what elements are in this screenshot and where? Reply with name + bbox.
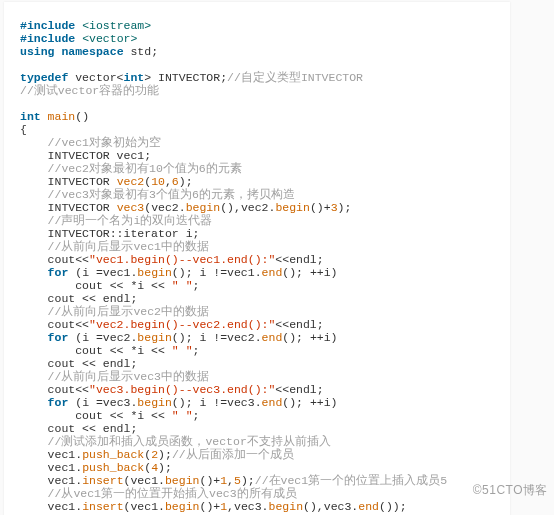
line: //从前向后显示vec3中的数据 — [20, 370, 209, 383]
line: cout<<"vec3.begin()--vec3.end():"<<endl; — [20, 383, 324, 396]
line: INTVECTOR::iterator i; — [20, 227, 199, 240]
line: cout << endl; — [20, 422, 137, 435]
line: for (i =vec2.begin(); i !=vec2.end(); ++… — [20, 331, 338, 344]
line: //vec2对象最初有10个值为6的元素 — [20, 162, 242, 175]
line: INTVECTOR vec1; — [20, 149, 151, 162]
line: using namespace std; — [20, 45, 158, 58]
line: //vec3对象最初有3个值为6的元素，拷贝构造 — [20, 188, 295, 201]
line: cout << endl; — [20, 357, 137, 370]
watermark-text: ©51CTO博客 — [473, 484, 548, 497]
line: //vec1对象初始为空 — [20, 136, 161, 149]
line: cout<<"vec2.begin()--vec2.end():"<<endl; — [20, 318, 324, 331]
line: for (i =vec1.begin(); i !=vec1.end(); ++… — [20, 266, 338, 279]
line: #include <iostream> — [20, 19, 151, 32]
line: #include <vector> — [20, 32, 137, 45]
line: cout << *i << " "; — [20, 344, 199, 357]
line: cout << endl; — [20, 292, 137, 305]
line: vec1.insert(vec1.begin()+1,5);//在vec1第一个… — [20, 474, 447, 487]
code-block: #include <iostream> #include <vector> us… — [4, 2, 510, 515]
line: cout << *i << " "; — [20, 409, 199, 422]
line: cout << *i << " "; — [20, 279, 199, 292]
line: vec1.insert(vec1.begin()+1,vec3.begin(),… — [20, 500, 407, 513]
line: //声明一个名为i的双向迭代器 — [20, 214, 212, 227]
line: { — [20, 123, 27, 136]
line: for (i =vec3.begin(); i !=vec3.end(); ++… — [20, 396, 338, 409]
line: vec1.push_back(2);//从后面添加一个成员 — [20, 448, 294, 461]
line: int main() — [20, 110, 89, 123]
line: //测试vector容器的功能 — [20, 84, 159, 97]
line: INTVECTOR vec2(10,6); — [20, 175, 193, 188]
line: //从vec1第一的位置开始插入vec3的所有成员 — [20, 487, 297, 500]
line: //从前向后显示vec1中的数据 — [20, 240, 209, 253]
line: //从前向后显示vec2中的数据 — [20, 305, 209, 318]
line: vec1.push_back(4); — [20, 461, 172, 474]
line: typedef vector<int> INTVECTOR;//自定义类型INT… — [20, 71, 363, 84]
line: cout<<"vec1.begin()--vec1.end():"<<endl; — [20, 253, 324, 266]
line: INTVECTOR vec3(vec2.begin(),vec2.begin()… — [20, 201, 351, 214]
line: //测试添加和插入成员函数，vector不支持从前插入 — [20, 435, 331, 448]
